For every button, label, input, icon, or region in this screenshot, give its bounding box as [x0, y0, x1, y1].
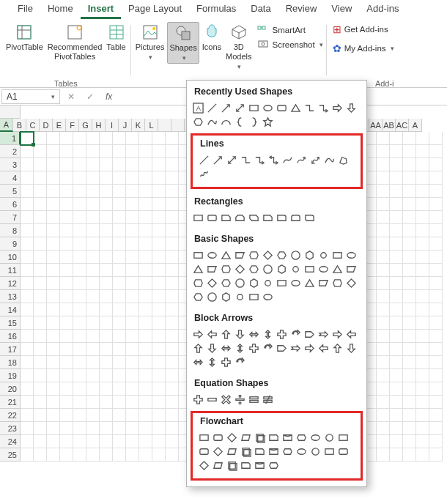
- basic-shape[interactable]: [191, 290, 205, 304]
- cell[interactable]: [113, 382, 126, 396]
- cell[interactable]: [34, 448, 47, 462]
- cell[interactable]: [86, 330, 100, 343]
- cell[interactable]: [429, 158, 443, 171]
- icons-button[interactable]: Icons: [201, 22, 223, 53]
- cell[interactable]: [73, 435, 86, 448]
- cell[interactable]: [152, 448, 166, 462]
- cell[interactable]: [100, 145, 113, 158]
- cell[interactable]: [21, 198, 34, 211]
- column-header[interactable]: I: [106, 119, 119, 132]
- row-header[interactable]: 9: [0, 237, 21, 251]
- row-header[interactable]: 2: [0, 145, 21, 158]
- basic-shape[interactable]: [205, 262, 219, 276]
- cell[interactable]: [86, 224, 100, 237]
- table-button[interactable]: Table: [105, 22, 127, 53]
- cell[interactable]: [60, 251, 73, 264]
- tab-addins[interactable]: Add-ins: [359, 0, 406, 19]
- cell[interactable]: [73, 422, 86, 435]
- cell[interactable]: [47, 396, 60, 409]
- cell[interactable]: [34, 369, 47, 382]
- cell[interactable]: [166, 171, 179, 185]
- cell[interactable]: [113, 145, 126, 158]
- cell[interactable]: [166, 448, 179, 462]
- cell[interactable]: [86, 343, 100, 356]
- basic-shape[interactable]: [219, 262, 233, 276]
- flow-shape[interactable]: [336, 431, 350, 445]
- cell[interactable]: [166, 356, 179, 369]
- cell[interactable]: [377, 185, 390, 198]
- arc-shape[interactable]: [219, 115, 233, 129]
- multiply-sign-shape[interactable]: [219, 393, 233, 407]
- cell[interactable]: [403, 132, 416, 145]
- cell[interactable]: [34, 356, 47, 369]
- cell[interactable]: [60, 171, 73, 185]
- cell[interactable]: [416, 290, 429, 303]
- cell[interactable]: [152, 290, 166, 303]
- cell[interactable]: [34, 224, 47, 237]
- cell[interactable]: [416, 409, 429, 422]
- cell[interactable]: [47, 382, 60, 396]
- cell[interactable]: [73, 185, 86, 198]
- scribble-shape[interactable]: [197, 167, 211, 181]
- line-double-arrow-shape[interactable]: [225, 153, 239, 167]
- not-equal-sign-shape[interactable]: [261, 393, 275, 407]
- cell[interactable]: [390, 448, 403, 462]
- cell[interactable]: [47, 356, 60, 369]
- cell[interactable]: [86, 211, 100, 224]
- cell[interactable]: [126, 330, 139, 343]
- cell[interactable]: [60, 132, 73, 145]
- smartart-button[interactable]: SmartArt: [257, 23, 322, 37]
- cell[interactable]: [100, 198, 113, 211]
- basic-shape[interactable]: [261, 276, 275, 290]
- cell[interactable]: [429, 356, 443, 369]
- cell[interactable]: [60, 237, 73, 251]
- tab-formulas[interactable]: Formulas: [189, 0, 243, 19]
- arrow-shape[interactable]: [191, 341, 205, 355]
- arrow-shape[interactable]: [247, 341, 261, 355]
- cell[interactable]: [21, 316, 34, 330]
- cell[interactable]: [86, 185, 100, 198]
- cell[interactable]: [429, 382, 443, 396]
- cell[interactable]: [73, 132, 86, 145]
- cell[interactable]: [416, 448, 429, 462]
- cell[interactable]: [403, 303, 416, 316]
- cell[interactable]: [60, 224, 73, 237]
- cell[interactable]: [390, 316, 403, 330]
- cell[interactable]: [416, 171, 429, 185]
- flow-shape[interactable]: [253, 445, 267, 459]
- basic-shape[interactable]: [205, 276, 219, 290]
- flow-shape[interactable]: [267, 459, 281, 472]
- snip-round-single-shape[interactable]: [261, 211, 275, 225]
- tab-view[interactable]: View: [324, 0, 359, 19]
- cell[interactable]: [139, 409, 152, 422]
- cell[interactable]: [416, 356, 429, 369]
- cell[interactable]: [73, 396, 86, 409]
- flow-shape[interactable]: [211, 459, 225, 472]
- basic-shape[interactable]: [303, 262, 317, 276]
- cell[interactable]: [100, 435, 113, 448]
- cell[interactable]: [139, 132, 152, 145]
- cell[interactable]: [60, 343, 73, 356]
- cell[interactable]: [390, 251, 403, 264]
- cell[interactable]: [139, 171, 152, 185]
- cell[interactable]: [100, 237, 113, 251]
- column-header[interactable]: G: [79, 119, 92, 132]
- arrow-shape[interactable]: [233, 355, 247, 369]
- line-shape[interactable]: [205, 101, 219, 115]
- cell[interactable]: [126, 448, 139, 462]
- line-arrow-shape[interactable]: [211, 153, 225, 167]
- cell[interactable]: [126, 132, 139, 145]
- cell[interactable]: [21, 369, 34, 382]
- cell[interactable]: [403, 198, 416, 211]
- cell[interactable]: [34, 158, 47, 171]
- cell[interactable]: [113, 369, 126, 382]
- basic-shape[interactable]: [261, 290, 275, 304]
- cell[interactable]: [21, 211, 34, 224]
- cell[interactable]: [47, 198, 60, 211]
- cell[interactable]: [60, 198, 73, 211]
- rounded-rect-shape[interactable]: [205, 211, 219, 225]
- cell[interactable]: [47, 422, 60, 435]
- cell[interactable]: [100, 409, 113, 422]
- cell[interactable]: [416, 211, 429, 224]
- cell[interactable]: [152, 145, 166, 158]
